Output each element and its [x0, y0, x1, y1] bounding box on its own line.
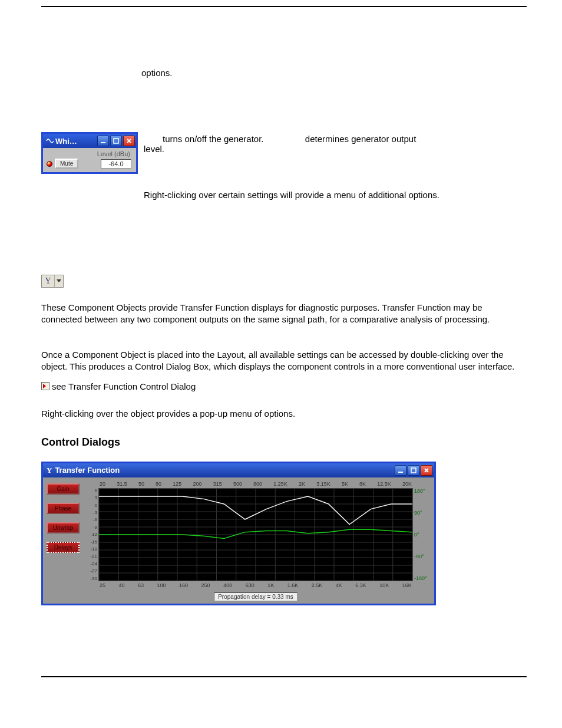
rightclick-text-1: Right-clicking over certain settings wil…: [144, 189, 521, 201]
propagation-delay-field[interactable]: Propagation delay = 0.33 ms: [214, 592, 297, 601]
tick-label: -3: [88, 510, 97, 515]
link-bullet-icon: [41, 382, 49, 390]
svg-rect-1: [114, 139, 118, 143]
tick-label: -30: [88, 576, 97, 581]
see-tf-link[interactable]: see Transfer Function Control Dialog: [52, 381, 196, 391]
tick-label: -27: [88, 568, 97, 574]
tick-label: 6.3K: [355, 582, 366, 588]
whi-title-text: Whi…: [55, 137, 77, 146]
tick-label: 12.5K: [377, 481, 391, 487]
tick-label: 8K: [359, 481, 366, 487]
tick-label: 2.5K: [312, 582, 323, 588]
delays-button[interactable]: Delays: [47, 542, 80, 553]
chevron-down-icon: [57, 279, 61, 282]
tick-label: 3: [88, 495, 97, 500]
tick-label: -9: [88, 525, 97, 530]
tick-label: 20: [100, 481, 105, 487]
tick-label: 630: [246, 582, 254, 588]
maximize-button[interactable]: [110, 136, 122, 146]
tick-label: 80: [156, 481, 161, 487]
sine-icon: [46, 137, 54, 144]
svg-rect-3: [411, 468, 416, 473]
tick-label: 100: [157, 582, 166, 588]
mute-led-icon: [47, 161, 52, 167]
top-rule: [41, 6, 527, 7]
whi-titlebar: Whi…: [43, 134, 136, 148]
tf-top-tick-row: 2031.550801252003155008001.25K2K3.15K5K8…: [98, 481, 413, 487]
level-label: Level (dBu): [45, 150, 134, 157]
tick-label: -12: [88, 532, 97, 537]
mute-button[interactable]: Mute: [55, 159, 78, 169]
tick-label: 200: [193, 481, 201, 487]
tick-label: 20K: [402, 481, 412, 487]
tf-minimize-button[interactable]: [395, 465, 406, 476]
tf-graph-outer: 2031.550801252003155008001.25K2K3.15K5K8…: [98, 481, 413, 601]
whi-title: Whi…: [45, 137, 96, 146]
tick-label: 10K: [379, 582, 389, 588]
tick-label: 4K: [336, 582, 342, 588]
mute-turns: turns on/off the generator.: [163, 134, 264, 144]
dropdown-arrow-icon[interactable]: [55, 275, 63, 287]
bottom-rule: [41, 676, 527, 677]
tick-label: 1.6K: [287, 582, 299, 588]
tick-label: 315: [213, 481, 222, 487]
tick-label: 31.5: [117, 481, 127, 487]
tf-close-button[interactable]: [421, 465, 432, 476]
tick-label: 160: [179, 582, 188, 588]
tick-label: -6: [88, 517, 97, 522]
tick-label: 800: [253, 481, 262, 487]
minimize-button[interactable]: [97, 136, 109, 146]
level-determines: determines generator output: [305, 134, 416, 144]
tick-label: 180°: [414, 488, 428, 494]
tf-y-left-ticks: 630-3-6-9-12-15-18-21-24-27-30: [87, 488, 98, 581]
unwrap-button[interactable]: Unwrap: [47, 522, 80, 533]
gain-button[interactable]: Gain: [47, 483, 80, 495]
transfer-function-toolbar-button[interactable]: Y: [41, 275, 64, 288]
tick-label: 0: [88, 503, 97, 508]
phase-button[interactable]: Phase: [47, 503, 80, 514]
tick-label: 6: [88, 488, 97, 493]
whi-window: Whi… Level (dBu) Mute -64.0: [41, 132, 138, 174]
close-button[interactable]: [123, 136, 135, 146]
tick-label: 50: [138, 481, 144, 487]
tick-label: 250: [201, 582, 210, 588]
tick-label: 1.25K: [273, 481, 287, 487]
tick-label: 63: [138, 582, 144, 588]
tick-label: 125: [173, 481, 181, 487]
tick-label: 2K: [299, 481, 305, 487]
tf-graph-rel: 630-3-6-9-12-15-18-21-24-27-30 180°90°0°…: [98, 488, 413, 581]
tf-titlebar: Y Transfer Function: [43, 463, 434, 477]
tick-label: 40: [119, 582, 125, 588]
mute-description-line1: turns on/off the generator. determines g…: [163, 134, 521, 144]
tf-title-icon: Y: [47, 466, 52, 475]
level-value-field[interactable]: -64.0: [101, 159, 131, 169]
tick-label: -18: [88, 546, 97, 552]
tf-graph[interactable]: [98, 488, 413, 581]
tf-graph-area: 2031.550801252003155008001.25K2K3.15K5K8…: [85, 481, 431, 601]
rightclick-text-2: Right-clicking over the object provides …: [41, 408, 521, 420]
tick-label: -180°: [414, 575, 428, 581]
tick-label: 400: [223, 582, 232, 588]
tf-footer: Propagation delay = 0.33 ms: [98, 591, 413, 601]
tick-label: -21: [88, 554, 97, 559]
tick-label: -15: [88, 539, 97, 545]
transfer-paragraph-2: Once a Component Object is placed into t…: [41, 349, 521, 373]
tf-title: Y Transfer Function: [47, 466, 394, 475]
tick-label: -90°: [414, 554, 428, 559]
options-text: options.: [141, 67, 521, 79]
y-toolbar-wrap: Y: [41, 275, 521, 288]
tf-bottom-tick-row: 2540631001602504006301K1.6K2.5K4K6.3K10K…: [98, 582, 413, 588]
svg-rect-2: [398, 472, 403, 473]
level-word: level.: [144, 144, 521, 154]
tf-graph-svg: [99, 489, 412, 581]
tick-label: 3.15K: [316, 481, 330, 487]
whi-body: Level (dBu) Mute -64.0: [43, 148, 136, 172]
tf-maximize-button[interactable]: [408, 465, 419, 476]
tick-label: 0°: [414, 532, 428, 538]
tick-label: 500: [233, 481, 242, 487]
whi-text: turns on/off the generator. determines g…: [144, 132, 521, 209]
tick-label: 25: [100, 582, 105, 588]
see-tf-link-row: see Transfer Function Control Dialog: [41, 381, 521, 391]
transfer-function-window: Y Transfer Function Gain Phase Unwrap De…: [41, 462, 436, 605]
tick-label: 1K: [267, 582, 274, 588]
